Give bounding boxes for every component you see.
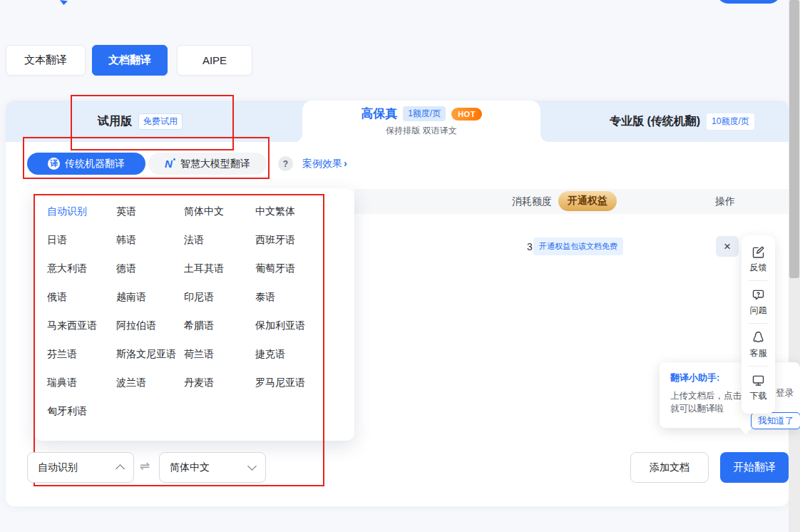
language-option[interactable]: 罗马尼亚语	[255, 377, 341, 405]
add-document-button[interactable]: 添加文档	[630, 452, 709, 483]
close-icon: ×	[724, 240, 731, 254]
swap-languages-icon[interactable]: ⇌	[140, 459, 150, 474]
tab-text-translation[interactable]: 文本翻译	[6, 45, 86, 76]
language-dropdown-panel: 自动识别英语简体中文中文繁体日语韩语法语西班牙语意大利语德语土耳其语葡萄牙语俄语…	[34, 188, 354, 441]
free-trial-badge: 免费试用	[138, 113, 183, 130]
case-examples-link[interactable]: 案例效果›	[302, 158, 347, 170]
language-option[interactable]: 德语	[116, 262, 184, 291]
divider	[749, 366, 768, 367]
got-it-button[interactable]: 我知道了	[751, 412, 800, 429]
hifi-subtitle: 保持排版 双语译文	[386, 125, 456, 137]
scrollbar-thumb[interactable]	[789, 0, 799, 278]
table-header: 消耗额度 开通权益 操作	[354, 189, 789, 214]
language-option[interactable]: 保加利亚语	[255, 319, 341, 348]
chevron-right-icon: ›	[344, 158, 347, 169]
question-icon	[751, 287, 766, 302]
language-option[interactable]: 英语	[116, 205, 184, 234]
language-option[interactable]: 简体中文	[184, 205, 255, 234]
header-action: 操作	[715, 195, 735, 208]
source-language-select[interactable]: 自动识别	[27, 452, 134, 483]
chevron-down-icon	[247, 461, 257, 471]
language-option[interactable]: 葡萄牙语	[255, 262, 341, 291]
source-language-value: 自动识别	[38, 461, 78, 474]
language-option[interactable]: 意大利语	[47, 262, 116, 291]
language-option[interactable]: 韩语	[116, 234, 184, 262]
feedback-label: 反馈	[750, 262, 767, 274]
language-option[interactable]: 马来西亚语	[47, 319, 116, 348]
plan-tab-trial[interactable]: 试用版 免费试用	[98, 101, 183, 142]
language-option[interactable]: 阿拉伯语	[116, 319, 184, 348]
start-translation-button[interactable]: 开始翻译	[720, 452, 789, 483]
plan-tab-high-fidelity[interactable]: 高保真 1额度/页 HOT 保持排版 双语译文	[302, 101, 540, 142]
footer-bar: 自动识别 ⇌ 简体中文 添加文档 开始翻译	[6, 446, 789, 506]
language-option[interactable]: 波兰语	[116, 377, 184, 405]
row-credit-count: 3	[527, 241, 533, 252]
question-label: 问题	[750, 305, 767, 317]
tooltip-line1-tail: 登录	[776, 387, 794, 399]
feedback-button[interactable]: 反馈	[750, 241, 767, 277]
cursor-icon	[60, 0, 68, 5]
pro-title: 专业版 (传统机翻)	[610, 114, 700, 129]
download-label: 下载	[750, 390, 767, 402]
chevron-up-icon	[116, 464, 125, 474]
language-option[interactable]: 斯洛文尼亚语	[116, 348, 184, 377]
language-option[interactable]: 俄语	[47, 291, 116, 319]
side-action-panel: 反馈 问题 客服 下载	[742, 235, 775, 414]
language-option[interactable]: 日语	[47, 234, 116, 262]
top-right-cutoff-button[interactable]	[717, 0, 781, 4]
monitor-icon	[751, 373, 766, 388]
download-button[interactable]: 下载	[750, 369, 767, 406]
header-consume-credits: 消耗额度	[512, 195, 552, 208]
language-option[interactable]: 捷克语	[255, 348, 341, 377]
language-option[interactable]: 芬兰语	[47, 348, 116, 377]
tooltip-title: 翻译小助手:	[670, 372, 800, 384]
hot-badge: HOT	[451, 108, 482, 121]
language-option[interactable]: 自动识别	[47, 205, 116, 234]
edit-icon	[751, 245, 766, 260]
customer-service-button[interactable]: 客服	[750, 327, 767, 363]
qq-icon	[751, 330, 766, 345]
customer-service-label: 客服	[750, 347, 767, 359]
scrollbar-track[interactable]	[789, 0, 800, 532]
target-language-value: 简体中文	[170, 461, 210, 474]
traditional-mt-button[interactable]: 译 传统机器翻译	[27, 153, 145, 175]
language-option[interactable]: 越南语	[116, 291, 184, 319]
language-option[interactable]: 荷兰语	[184, 348, 255, 377]
case-examples-label: 案例效果	[302, 158, 342, 169]
divider	[749, 280, 768, 281]
document-translation-page: 文本翻译 文档翻译 AIPE 试用版 免费试用 高保真 1额度/页 HOT 保持…	[0, 0, 800, 532]
language-option[interactable]: 希腊语	[184, 319, 255, 348]
language-option[interactable]: 土耳其语	[184, 262, 255, 291]
remove-document-button[interactable]: ×	[716, 236, 739, 257]
divider	[749, 323, 768, 324]
llm-translation-label: 智慧大模型翻译	[180, 158, 250, 170]
hifi-title: 高保真	[361, 106, 397, 122]
language-option[interactable]: 法语	[184, 234, 255, 262]
plan-tab-professional[interactable]: 专业版 (传统机翻) 10额度/页	[610, 101, 754, 142]
language-option[interactable]: 中文繁体	[255, 205, 341, 234]
traditional-mt-label: 传统机器翻译	[65, 158, 125, 170]
tab-document-translation[interactable]: 文档翻译	[92, 45, 168, 76]
language-option[interactable]: 西班牙语	[255, 234, 341, 262]
hifi-price-badge: 1额度/页	[403, 106, 446, 121]
pro-price-badge: 10额度/页	[707, 113, 754, 130]
language-option[interactable]: 印尼语	[184, 291, 255, 319]
benefit-note-badge: 开通权益包该文档免费	[533, 237, 623, 255]
language-grid: 自动识别英语简体中文中文繁体日语韩语法语西班牙语意大利语德语土耳其语葡萄牙语俄语…	[47, 205, 354, 434]
niutrans-n-icon: N	[165, 158, 175, 170]
trial-title: 试用版	[98, 114, 132, 129]
target-language-select[interactable]: 简体中文	[159, 452, 266, 483]
language-option[interactable]: 丹麦语	[184, 377, 255, 405]
translate-icon: 译	[48, 158, 60, 170]
language-option[interactable]: 泰语	[255, 291, 341, 319]
question-button[interactable]: 问题	[750, 284, 767, 320]
help-icon[interactable]: ?	[278, 156, 293, 171]
language-option[interactable]: 瑞典语	[47, 377, 116, 405]
open-benefits-button[interactable]: 开通权益	[558, 191, 617, 211]
language-option[interactable]: 匈牙利语	[47, 405, 116, 434]
llm-translation-button[interactable]: N 智慧大模型翻译	[148, 153, 267, 175]
tab-aipe[interactable]: AIPE	[177, 45, 252, 76]
